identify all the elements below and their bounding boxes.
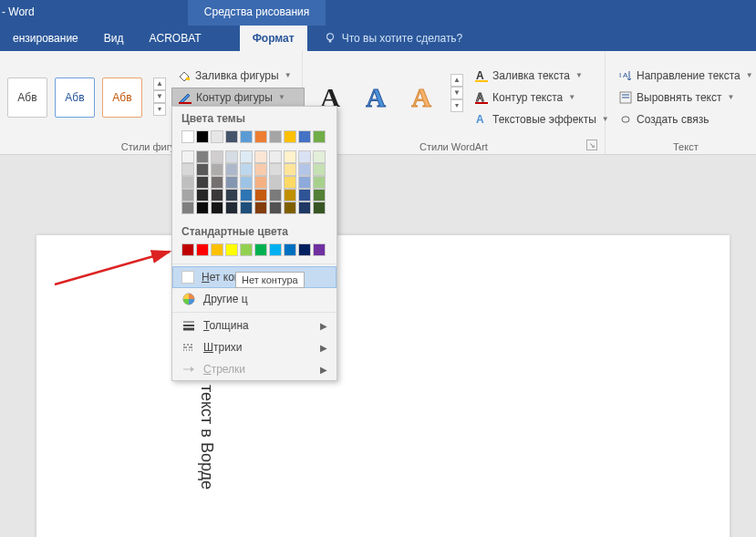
color-swatch[interactable] [269,201,282,214]
color-swatch[interactable] [181,130,194,143]
color-swatch[interactable] [240,130,253,143]
color-swatch[interactable] [225,189,238,201]
color-swatch[interactable] [298,201,311,214]
color-swatch[interactable] [225,201,238,214]
color-swatch[interactable] [196,243,209,256]
tab-view[interactable]: Вид [91,26,137,51]
color-swatch[interactable] [240,201,253,214]
create-link-button[interactable]: Создать связь [613,109,756,129]
color-swatch[interactable] [181,150,194,163]
color-swatch[interactable] [254,176,267,189]
color-swatch[interactable] [298,150,311,163]
color-swatch[interactable] [313,150,326,163]
align-text-button[interactable]: Выровнять текст ▼ [613,88,756,108]
color-swatch[interactable] [298,243,311,256]
tab-format[interactable]: Формат [240,26,307,51]
color-swatch[interactable] [254,130,267,143]
weight-item[interactable]: Толщина ▶ [172,315,337,336]
gallery-more-button[interactable]: ▾ [153,103,166,116]
gallery-down-button[interactable]: ▼ [153,90,166,103]
document-page[interactable]: ый текст в Ворде [36,235,730,537]
text-fill-button[interactable]: A Заливка текста ▼ [469,66,615,86]
color-swatch[interactable] [298,176,311,189]
color-swatch[interactable] [196,201,209,214]
color-swatch[interactable] [269,150,282,163]
color-swatch[interactable] [181,163,194,176]
color-swatch[interactable] [211,201,223,214]
text-direction-button[interactable]: IA Направление текста ▼ [613,66,756,86]
color-swatch[interactable] [313,189,326,201]
shape-fill-button[interactable]: Заливка фигуры ▼ [171,66,305,86]
color-swatch[interactable] [225,163,238,176]
gallery-up-button[interactable]: ▲ [153,77,166,90]
color-swatch[interactable] [196,189,209,201]
color-swatch[interactable] [240,189,253,201]
shape-outline-button[interactable]: Контур фигуры ▼ [171,88,305,108]
color-swatch[interactable] [254,201,267,214]
color-swatch[interactable] [269,176,282,189]
color-swatch[interactable] [254,150,267,163]
color-swatch[interactable] [254,243,267,256]
color-swatch[interactable] [196,130,209,143]
color-swatch[interactable] [211,243,223,256]
color-swatch[interactable] [225,150,238,163]
text-outline-button[interactable]: A Контур текста ▼ [469,88,615,108]
color-swatch[interactable] [269,243,282,256]
dialog-launcher[interactable]: ↘ [586,139,597,150]
color-swatch[interactable] [196,176,209,189]
color-swatch[interactable] [211,130,223,143]
color-swatch[interactable] [313,163,326,176]
drawing-tools-tab[interactable]: Средства рисования [188,0,326,26]
color-swatch[interactable] [284,243,296,256]
color-swatch[interactable] [298,189,311,201]
text-effects-button[interactable]: A Текстовые эффекты ▼ [469,109,615,129]
shape-style-thumb[interactable]: Абв [7,77,47,118]
color-swatch[interactable] [211,176,223,189]
color-swatch[interactable] [196,150,209,163]
gallery-down-button[interactable]: ▼ [450,87,463,99]
gallery-more-button[interactable]: ▾ [450,99,463,112]
color-swatch[interactable] [240,176,253,189]
color-swatch[interactable] [298,130,311,143]
color-swatch[interactable] [225,130,238,143]
color-swatch[interactable] [211,163,223,176]
color-swatch[interactable] [225,176,238,189]
color-swatch[interactable] [313,201,326,214]
color-swatch[interactable] [181,176,194,189]
shape-style-thumb[interactable]: Абв [55,77,95,118]
color-swatch[interactable] [284,189,296,201]
more-colors-item[interactable]: Другие ц [172,288,337,310]
color-swatch[interactable] [240,163,253,176]
shape-style-thumb[interactable]: Абв [102,77,142,118]
color-swatch[interactable] [269,130,282,143]
color-swatch[interactable] [313,176,326,189]
color-swatch[interactable] [196,163,209,176]
color-swatch[interactable] [269,189,282,201]
dashes-item[interactable]: Штрихи ▶ [172,336,337,358]
color-swatch[interactable] [298,163,311,176]
color-swatch[interactable] [284,130,296,143]
color-swatch[interactable] [254,163,267,176]
color-swatch[interactable] [225,243,238,256]
arrows-item[interactable]: Стрелки ▶ [172,358,337,380]
color-swatch[interactable] [181,243,194,256]
tell-me-search[interactable]: Что вы хотите сделать? [307,32,463,45]
wordart-thumb[interactable]: А [401,74,441,121]
color-swatch[interactable] [181,201,194,214]
color-swatch[interactable] [240,150,253,163]
color-swatch[interactable] [269,163,282,176]
color-swatch[interactable] [313,243,326,256]
color-swatch[interactable] [284,176,296,189]
color-swatch[interactable] [284,201,296,214]
tab-review[interactable]: ензирование [0,26,91,51]
tab-acrobat[interactable]: ACROBAT [137,26,214,51]
gallery-up-button[interactable]: ▲ [450,74,463,87]
color-swatch[interactable] [284,150,296,163]
wordart-thumb[interactable]: А [356,74,396,121]
color-swatch[interactable] [240,243,253,256]
color-swatch[interactable] [254,189,267,201]
color-swatch[interactable] [211,150,223,163]
color-swatch[interactable] [284,163,296,176]
color-swatch[interactable] [181,189,194,201]
color-swatch[interactable] [313,130,326,143]
